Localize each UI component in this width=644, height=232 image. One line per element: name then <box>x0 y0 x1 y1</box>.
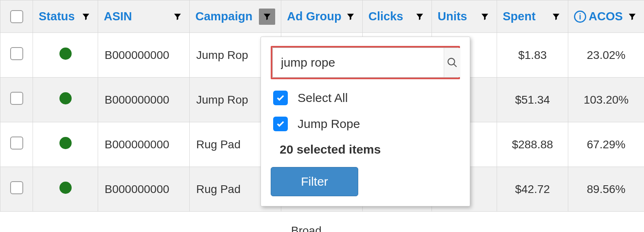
checked-checkbox[interactable] <box>273 117 288 131</box>
search-highlight <box>271 46 460 79</box>
status-dot <box>59 137 72 149</box>
status-dot <box>59 182 72 194</box>
col-header-spent[interactable]: Spent <box>497 0 568 33</box>
filter-icon[interactable] <box>80 11 92 23</box>
cell-asin: B000000000 <box>98 167 190 212</box>
col-label: Status <box>39 10 75 23</box>
col-header-asin[interactable]: ASIN <box>98 0 190 33</box>
column-filter-popup: Select All Jump Rope 20 selected items F… <box>261 37 470 206</box>
cell-acos: 89.56% <box>568 167 644 212</box>
col-label: Clicks <box>368 10 403 23</box>
checked-checkbox[interactable] <box>273 91 288 105</box>
col-header-acos[interactable]: i ACOS <box>568 0 644 33</box>
filter-option-row[interactable]: Jump Rope <box>271 117 460 131</box>
cell-acos: 103.20% <box>568 78 644 122</box>
row-checkbox[interactable] <box>10 137 23 150</box>
cell-asin: B000000000 <box>98 33 190 78</box>
filter-icon[interactable] <box>479 11 491 23</box>
filter-option-label: Jump Rope <box>298 117 360 131</box>
table-header-row: Status ASIN Campaign <box>0 0 644 33</box>
col-header-adgroup[interactable]: Ad Group <box>281 0 363 33</box>
col-header-status[interactable]: Status <box>33 0 98 33</box>
col-label: Campaign <box>195 10 252 23</box>
filter-icon[interactable] <box>626 11 638 23</box>
col-label: Units <box>438 10 467 23</box>
cell-asin: B000000000 <box>98 122 190 167</box>
apply-filter-button[interactable]: Filter <box>271 167 358 196</box>
cell-spent: $42.72 <box>497 167 568 212</box>
selected-count: 20 selected items <box>271 143 460 156</box>
filter-icon[interactable] <box>414 11 426 23</box>
filter-search-input[interactable] <box>273 48 444 77</box>
filter-icon[interactable] <box>171 11 184 23</box>
filter-icon-active[interactable] <box>259 9 275 25</box>
cell-spent: $1.83 <box>497 33 568 78</box>
col-header-campaign[interactable]: Campaign <box>190 0 281 33</box>
col-header-clicks[interactable]: Clicks <box>363 0 432 33</box>
filter-icon[interactable] <box>344 11 357 23</box>
row-checkbox[interactable] <box>10 92 23 105</box>
cell-spent: $288.88 <box>497 122 568 167</box>
cell-spent: $51.34 <box>497 78 568 122</box>
status-dot <box>59 48 72 60</box>
col-header-select <box>0 0 33 33</box>
check-icon <box>276 93 285 102</box>
partial-text-under: Broad <box>291 224 322 232</box>
col-header-units[interactable]: Units <box>432 0 497 33</box>
select-all-label: Select All <box>298 91 348 105</box>
search-icon <box>447 57 458 68</box>
row-checkbox[interactable] <box>10 47 23 60</box>
status-dot <box>59 92 72 104</box>
svg-line-1 <box>454 64 457 67</box>
col-label: Ad Group <box>287 10 342 23</box>
svg-point-0 <box>448 59 455 65</box>
check-icon <box>276 119 285 128</box>
row-checkbox[interactable] <box>10 181 23 194</box>
col-label: Spent <box>503 10 536 23</box>
col-label: ACOS <box>589 10 623 23</box>
filter-icon[interactable] <box>550 11 562 23</box>
cell-asin: B000000000 <box>98 78 190 122</box>
select-all-checkbox[interactable] <box>10 10 23 23</box>
cell-acos: 23.02% <box>568 33 644 78</box>
info-icon[interactable]: i <box>574 11 586 23</box>
search-button[interactable] <box>444 48 460 77</box>
cell-acos: 67.29% <box>568 122 644 167</box>
select-all-row[interactable]: Select All <box>271 91 460 105</box>
col-label: ASIN <box>104 10 132 23</box>
